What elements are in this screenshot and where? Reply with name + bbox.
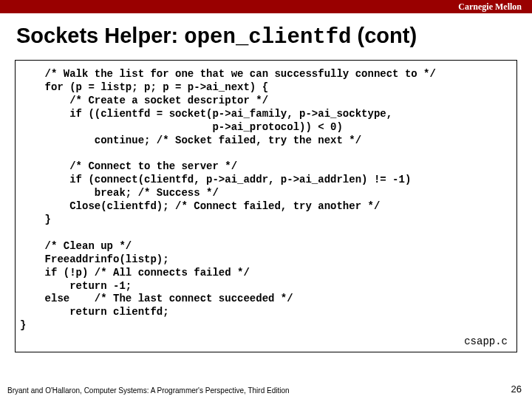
footer-text: Bryant and O'Hallaron, Computer Systems:… bbox=[7, 386, 290, 395]
code-content: /* Walk the list for one that we can suc… bbox=[20, 68, 512, 332]
source-file-label: csapp.c bbox=[464, 335, 508, 347]
page-number: 26 bbox=[511, 383, 522, 395]
title-suffix: (cont) bbox=[352, 24, 417, 47]
title-func: open_clientfd bbox=[184, 25, 351, 50]
institution-label: Carnegie Mellon bbox=[458, 0, 522, 13]
header-bar: Carnegie Mellon bbox=[0, 0, 532, 13]
title-prefix: Sockets Helper: bbox=[16, 24, 184, 47]
code-box: /* Walk the list for one that we can suc… bbox=[15, 60, 517, 352]
slide-title: Sockets Helper: open_clientfd (cont) bbox=[16, 24, 532, 50]
